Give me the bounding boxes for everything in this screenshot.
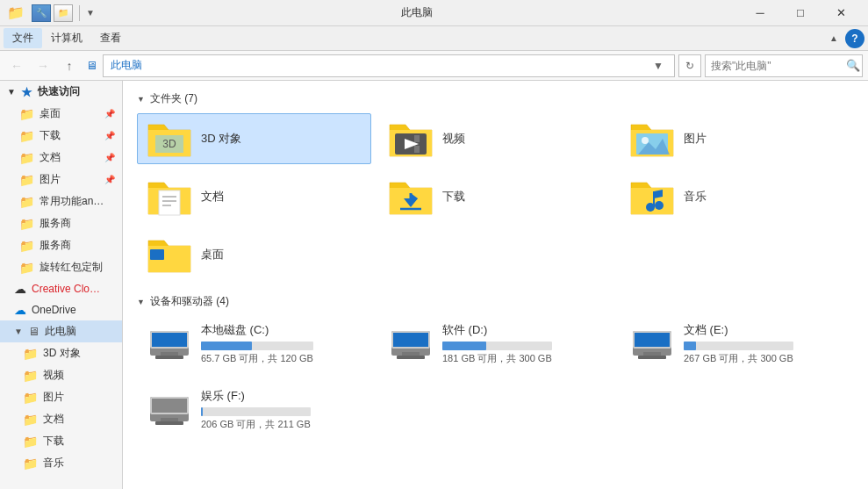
sidebar-item-3d[interactable]: 📁 3D 对象 bbox=[0, 342, 122, 364]
folder-documents[interactable]: 文档 bbox=[137, 171, 371, 222]
close-button[interactable]: ✕ bbox=[821, 0, 861, 26]
svg-rect-37 bbox=[161, 352, 178, 356]
folder-video[interactable]: 视频 bbox=[378, 113, 613, 164]
path-dropdown-arrow[interactable]: ▼ bbox=[649, 55, 667, 76]
title-bar: 📁 🔧 📁 ▼ 此电脑 ─ □ ✕ bbox=[0, 0, 868, 26]
folder-3d-thumb: 3D bbox=[147, 119, 192, 158]
sidebar-section-quick-access[interactable]: ▼ ★ 快速访问 bbox=[0, 81, 122, 103]
sidebar-item-music[interactable]: 📁 音乐 bbox=[0, 452, 122, 474]
svg-rect-52 bbox=[161, 418, 178, 421]
sidebar-item-service1[interactable]: 📁 服务商 bbox=[0, 212, 122, 234]
search-icon[interactable]: 🔍 bbox=[846, 59, 860, 72]
sidebar-item-videos[interactable]: 📁 视频 bbox=[0, 364, 122, 386]
folder-pictures[interactable]: 图片 bbox=[620, 113, 854, 164]
folder-documents-label: 文档 bbox=[201, 189, 224, 205]
svg-rect-46 bbox=[635, 333, 670, 347]
folder-desktop[interactable]: 桌面 bbox=[137, 229, 371, 280]
up-button[interactable]: ↑ bbox=[58, 55, 81, 76]
sidebar-label: 旋转红包定制 bbox=[39, 260, 103, 275]
folder-video-label: 视频 bbox=[442, 131, 465, 147]
svg-rect-33 bbox=[150, 249, 164, 260]
folder-downloads-icon bbox=[388, 177, 434, 216]
drive-e-progress-bg bbox=[684, 342, 793, 350]
content-area: ▼ 文件夹 (7) 3D 3D 对象 bbox=[123, 81, 868, 489]
folder-music[interactable]: 音乐 bbox=[620, 171, 854, 222]
forward-button[interactable]: → bbox=[32, 55, 54, 76]
folder-downloads-label: 下载 bbox=[442, 189, 465, 205]
music-folder-icon: 📁 bbox=[23, 457, 38, 471]
qa-new-folder-button[interactable]: 📁 bbox=[54, 4, 73, 22]
sidebar-label: 视频 bbox=[43, 368, 64, 383]
computer-icon: 🖥 bbox=[28, 325, 39, 338]
folder-icon: 📁 bbox=[19, 217, 34, 231]
help-button[interactable]: ? bbox=[845, 29, 864, 48]
folder-icon: 📁 bbox=[7, 4, 25, 21]
drive-c-name: 本地磁盘 (C:) bbox=[201, 322, 313, 338]
folder-pictures-label: 图片 bbox=[684, 131, 707, 147]
sidebar-item-redirect[interactable]: 📁 旋转红包定制 bbox=[0, 256, 122, 278]
menu-file[interactable]: 文件 bbox=[4, 28, 42, 48]
drive-c-info: 本地磁盘 (C:) 65.7 GB 可用，共 120 GB bbox=[201, 322, 313, 365]
address-path-box[interactable]: 此电脑 ▼ bbox=[103, 54, 675, 77]
ribbon-toggle[interactable]: ▲ bbox=[829, 33, 838, 43]
sidebar-item-pictures[interactable]: 📁 图片 📌 bbox=[0, 169, 122, 191]
svg-rect-41 bbox=[393, 333, 428, 347]
menu-view[interactable]: 查看 bbox=[91, 28, 130, 48]
drive-f[interactable]: 娱乐 (F:) 206 GB 可用，共 211 GB bbox=[137, 382, 371, 441]
drives-collapse-arrow[interactable]: ▼ bbox=[137, 298, 145, 306]
sidebar-item-onedrive[interactable]: ☁ OneDrive bbox=[0, 299, 122, 320]
folders-collapse-arrow[interactable]: ▼ bbox=[137, 95, 145, 104]
drive-d-top: 软件 (D:) 181 GB 可用，共 300 GB bbox=[388, 322, 603, 365]
svg-rect-9 bbox=[414, 146, 420, 153]
folder-downloads[interactable]: 下载 bbox=[378, 171, 613, 222]
svg-rect-42 bbox=[402, 352, 420, 356]
back-button[interactable]: ← bbox=[5, 55, 28, 76]
drive-e[interactable]: 文档 (E:) 267 GB 可用，共 300 GB bbox=[620, 316, 854, 375]
svg-rect-43 bbox=[397, 356, 425, 359]
sidebar-label: 音乐 bbox=[43, 456, 64, 471]
drive-c-progress-fill bbox=[201, 342, 252, 350]
sidebar-label: 服务商 bbox=[39, 216, 71, 231]
maximize-button[interactable]: □ bbox=[780, 0, 821, 26]
sidebar-label: 服务商 bbox=[39, 238, 71, 253]
drive-d[interactable]: 软件 (D:) 181 GB 可用，共 300 GB bbox=[378, 316, 613, 375]
window-title: 此电脑 bbox=[95, 5, 740, 20]
menu-computer[interactable]: 计算机 bbox=[42, 28, 91, 48]
path-pc-icon[interactable]: 🖥 bbox=[86, 59, 97, 72]
sidebar-label: 下载 bbox=[43, 434, 64, 449]
drives-section-header: ▼ 设备和驱动器 (4) bbox=[137, 294, 854, 309]
pictures-folder-icon: 📁 bbox=[23, 391, 38, 405]
sidebar-item-this-pc[interactable]: ▼ 🖥 此电脑 bbox=[0, 320, 122, 342]
minimize-button[interactable]: ─ bbox=[740, 0, 780, 26]
drive-e-progress-fill bbox=[684, 342, 696, 350]
sidebar-item-pics[interactable]: 📁 图片 bbox=[0, 386, 122, 408]
sidebar-item-desktop[interactable]: 📁 桌面 📌 bbox=[0, 103, 122, 125]
customize-arrow[interactable]: ▼ bbox=[86, 8, 95, 18]
sidebar-item-documents[interactable]: 📁 文档 📌 bbox=[0, 147, 122, 169]
drive-f-name: 娱乐 (F:) bbox=[201, 388, 311, 404]
search-input[interactable] bbox=[711, 60, 843, 72]
section-arrow: ▼ bbox=[7, 87, 16, 97]
drive-c[interactable]: 本地磁盘 (C:) 65.7 GB 可用，共 120 GB bbox=[137, 316, 371, 375]
pin-icon: 📌 bbox=[104, 175, 115, 184]
sidebar-item-creative-cloud[interactable]: ☁ Creative Cloud F bbox=[0, 278, 122, 299]
sidebar-item-dl[interactable]: 📁 下载 bbox=[0, 430, 122, 452]
sidebar-item-docs[interactable]: 📁 文档 bbox=[0, 408, 122, 430]
qa-properties-button[interactable]: 🔧 bbox=[32, 4, 51, 22]
folder-3d[interactable]: 3D 3D 对象 bbox=[137, 113, 371, 164]
sidebar-item-common[interactable]: 📁 常用功能and弹窗 bbox=[0, 191, 122, 212]
drive-e-icon bbox=[629, 327, 675, 361]
drives-section-label: 设备和驱动器 (4) bbox=[150, 294, 229, 309]
sidebar-item-downloads[interactable]: 📁 下载 📌 bbox=[0, 125, 122, 147]
dl-folder-icon: 📁 bbox=[23, 435, 38, 449]
sidebar-label: OneDrive bbox=[32, 304, 76, 316]
svg-rect-38 bbox=[155, 356, 183, 359]
folder-3d-label: 3D 对象 bbox=[201, 131, 241, 147]
video-folder-icon: 📁 bbox=[23, 369, 38, 383]
creative-cloud-icon: ☁ bbox=[14, 282, 26, 296]
refresh-button[interactable]: ↻ bbox=[678, 54, 701, 77]
svg-rect-36 bbox=[152, 333, 187, 347]
folders-section-header: ▼ 文件夹 (7) bbox=[137, 91, 854, 106]
folder-pictures-thumb bbox=[629, 119, 675, 158]
sidebar-item-service2[interactable]: 📁 服务商 bbox=[0, 234, 122, 256]
